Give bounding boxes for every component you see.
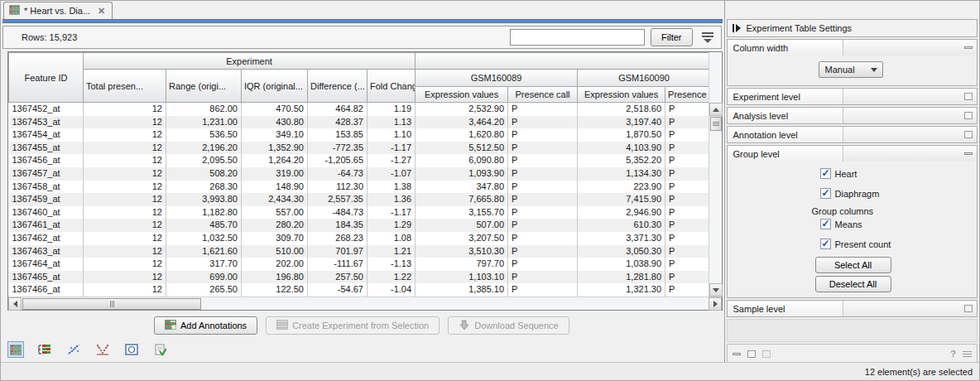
table-cell[interactable]: -1.04 [368,283,416,297]
table-cell[interactable]: 6,090.80 [416,154,508,167]
table-cell[interactable]: 12 [84,154,166,167]
scroll-down-icon[interactable] [709,283,723,297]
histogram-view-icon[interactable] [123,341,140,358]
table-cell[interactable]: P [508,116,578,129]
table-cell[interactable]: 1.21 [368,245,416,258]
table-cell[interactable]: 7,665.80 [416,193,508,206]
table-cell[interactable]: 3,371.30 [578,232,665,245]
column-header-iqr[interactable]: IQR (original... [242,70,308,103]
table-cell[interactable]: 464.82 [308,103,368,116]
table-cell[interactable]: 148.90 [242,181,308,194]
column-header-total-present[interactable]: Total presen... [84,70,166,103]
column-header-difference[interactable]: Difference (... [308,70,368,103]
column-header-range[interactable]: Range (origi... [166,70,242,103]
filter-button[interactable]: Filter [651,28,692,46]
table-cell[interactable]: 12 [84,258,166,271]
table-cell[interactable]: P [508,103,578,116]
help-icon[interactable]: ? [950,349,956,359]
horizontal-scrollbar[interactable] [8,297,722,310]
table-cell[interactable]: P [508,283,578,297]
table-cell[interactable]: 1,182.80 [166,206,242,219]
column-header-feature-id[interactable]: Feature ID [9,53,84,103]
table-cell[interactable]: 317.70 [166,258,242,271]
table-cell[interactable]: -1,205.65 [308,154,368,167]
table-cell[interactable]: P [665,232,709,245]
dock-icon[interactable] [762,350,771,358]
volcano-plot-view-icon[interactable] [94,341,111,358]
table-cell[interactable]: 1.38 [368,181,416,194]
table-row[interactable]: 1367465_at12699.00196.80257.501.221,103.… [9,271,709,284]
table-cell[interactable]: 470.50 [242,103,308,116]
table-row[interactable]: 1367452_at12862.00470.50464.821.192,532.… [9,103,709,116]
table-cell[interactable]: P [665,142,709,155]
collapse-section-icon[interactable] [964,46,973,49]
view-menu-icon[interactable] [963,351,972,357]
section-header-group-level[interactable]: Group level [728,146,977,162]
section-header-sample-level[interactable]: Sample level [728,301,977,316]
table-cell[interactable]: 1367453_at [9,116,84,129]
table-cell[interactable]: 1367459_at [9,193,84,206]
table-cell[interactable]: 223.90 [578,181,665,194]
column-header-presence-call-1[interactable]: Presence call [508,86,578,103]
table-cell[interactable]: P [508,245,578,258]
table-cell[interactable]: -484.73 [308,206,368,219]
table-cell[interactable]: 196.80 [242,271,308,284]
scatter-plot-view-icon[interactable] [65,341,82,358]
table-cell[interactable]: 3,464.20 [416,116,508,129]
table-cell[interactable]: 557.00 [242,206,308,219]
table-cell[interactable]: 430.80 [242,116,308,129]
table-cell[interactable]: P [508,219,578,232]
table-cell[interactable]: 268.23 [308,232,368,245]
table-cell[interactable]: -772.35 [308,142,368,155]
table-cell[interactable]: 1367466_at [9,283,84,297]
table-cell[interactable]: 3,510.30 [416,245,508,258]
select-all-button[interactable]: Select All [815,257,891,273]
table-cell[interactable]: 12 [84,103,166,116]
group-header-experiment[interactable]: Experiment [84,53,416,70]
side-panel-header[interactable]: Experiment Table Settings [727,19,978,37]
table-cell[interactable]: 12 [84,232,166,245]
table-cell[interactable]: 2,095.50 [166,154,242,167]
table-cell[interactable]: P [508,271,578,284]
table-cell[interactable]: 12 [84,128,166,142]
filter-input[interactable] [510,29,645,46]
table-view-icon[interactable] [7,341,24,358]
vertical-scrollbar[interactable] [709,52,722,297]
table-cell[interactable]: 862.00 [166,103,242,116]
group-header-gsm160089[interactable]: GSM160089 [416,70,578,87]
table-cell[interactable]: 1,093.90 [416,167,508,181]
table-cell[interactable]: 1367464_at [9,258,84,271]
table-cell[interactable]: -64.73 [308,167,368,181]
table-cell[interactable]: 699.00 [166,271,242,284]
diaphragm-checkbox[interactable] [820,188,831,199]
table-cell[interactable]: 428.37 [308,116,368,129]
table-cell[interactable]: 3,197.40 [578,116,665,129]
table-cell[interactable]: 2,532.90 [416,103,508,116]
table-cell[interactable]: 1.22 [368,271,416,284]
vertical-scroll-thumb[interactable] [710,117,722,131]
table-row[interactable]: 1367461_at12485.70280.20184.351.29507.00… [9,219,709,232]
section-header-column-width[interactable]: Column width [728,40,977,55]
table-row[interactable]: 1367455_at122,196.201,352.90-772.35-1.17… [9,142,709,155]
present-count-checkbox[interactable] [820,239,831,249]
tab-heart-vs-diaphragm[interactable]: * Heart vs. Dia... ✕ [3,2,113,19]
download-sequence-button[interactable]: Download Sequence [448,316,569,335]
table-cell[interactable]: 1,352.90 [242,142,308,155]
table-cell[interactable]: 536.50 [166,128,242,142]
table-cell[interactable]: 184.35 [308,219,368,232]
collapse-all-icon[interactable] [733,353,741,355]
table-cell[interactable]: 12 [84,116,166,129]
table-row[interactable]: 1367460_at121,182.80557.00-484.73-1.173,… [9,206,709,219]
table-cell[interactable]: 309.70 [242,232,308,245]
table-cell[interactable]: P [665,103,709,116]
table-cell[interactable]: 1.19 [368,103,416,116]
table-row[interactable]: 1367458_at12268.30148.90112.301.38347.80… [9,181,709,194]
table-cell[interactable]: 1,620.80 [416,128,508,142]
table-cell[interactable]: -1.13 [368,258,416,271]
table-cell[interactable]: 1,870.50 [578,128,665,142]
expand-section-icon[interactable] [964,305,973,312]
table-cell[interactable]: P [665,258,709,271]
table-row[interactable]: 1367462_at121,032.50309.70268.231.083,20… [9,232,709,245]
table-cell[interactable]: 257.50 [308,271,368,284]
column-header-expression-values-1[interactable]: Expression values [416,86,508,103]
